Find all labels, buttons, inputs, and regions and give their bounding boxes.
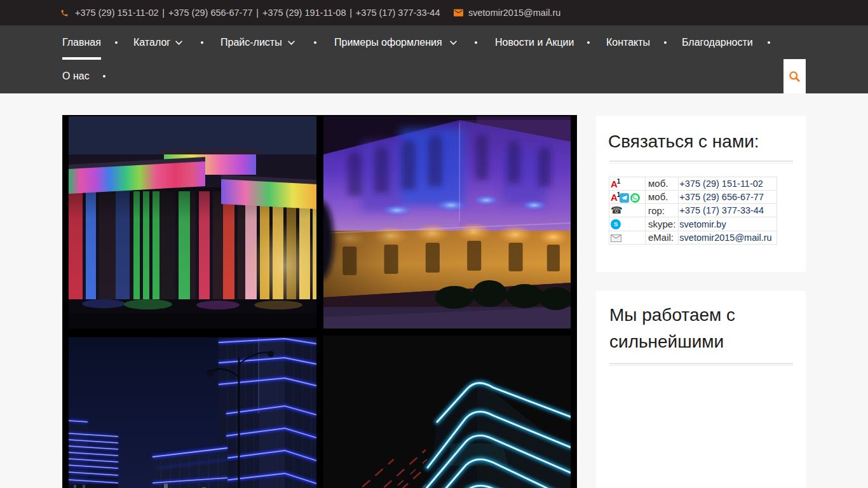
svg-text:S: S <box>614 221 618 227</box>
